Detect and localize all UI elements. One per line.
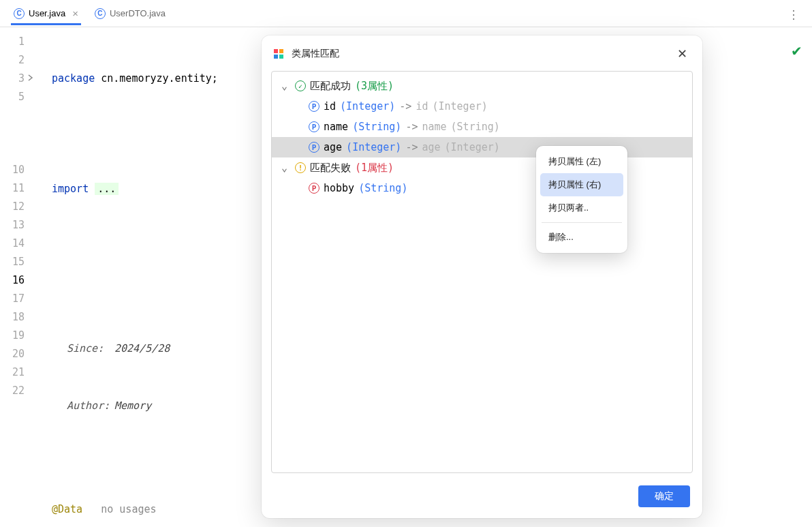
line-number: 21 [0,363,34,382]
arrow-icon: -> [399,100,411,112]
chevron-down-icon[interactable]: ⌄ [281,162,291,174]
doc-author-value: Memory [114,397,151,415]
line-number: 22 [0,382,34,400]
line-number: 17 [0,290,34,308]
line-number: 13 [0,216,34,235]
tab-user-java[interactable]: C User.java × [5,2,87,25]
tree-group-fail[interactable]: ⌄ ! 匹配失败 (1属性) [272,157,692,178]
property-icon: P [309,142,319,153]
fold-placeholder[interactable]: ... [95,183,119,195]
chevron-down-icon[interactable]: ⌄ [281,80,291,92]
svg-rect-0 [274,49,278,53]
menu-delete[interactable]: 删除... [540,226,623,249]
java-class-icon: C [95,8,106,19]
prop-name: name [324,121,348,133]
line-number: 3 [0,70,34,88]
property-icon: P [309,101,319,112]
tab-label: User.java [29,8,65,18]
line-number: 11 [0,179,34,198]
tree-group-success[interactable]: ⌄ ✓ 匹配成功 (3属性) [272,76,692,96]
line-number: 12 [0,198,34,216]
line-number [0,106,34,134]
tree-prop-id[interactable]: P id (Integer) -> id (Integer) [272,96,692,117]
check-icon: ✓ [295,80,306,91]
line-number: 1 [0,33,34,51]
fold-icon[interactable] [27,74,35,82]
prop-src-type: (String) [352,121,401,133]
prop-dst-type: (String) [451,121,500,133]
line-number: 14 [0,235,34,253]
close-icon[interactable]: × [72,7,78,19]
doc-since-label: Since: [67,340,106,358]
dialog-title: 类属性匹配 [292,48,666,60]
prop-dst-type: (Integer) [445,141,500,153]
menu-copy-right[interactable]: 拷贝属性 (右) [540,173,623,196]
tab-label: UserDTO.java [110,8,166,18]
tab-userdto-java[interactable]: C UserDTO.java [87,3,174,25]
dialog-footer: 确定 [262,480,702,518]
svg-rect-1 [279,49,283,53]
group-label: 匹配成功 [310,80,351,93]
app-icon [272,48,285,60]
prop-dst-name: id [416,100,428,112]
prop-name: hobby [324,182,354,194]
property-match-dialog: 类属性匹配 ✕ ⌄ ✓ 匹配成功 (3属性) P id (Integer) ->… [262,35,702,518]
menu-copy-both[interactable]: 拷贝两者.. [540,196,623,220]
group-label: 匹配失败 [310,162,351,175]
line-number: 10 [0,161,34,179]
line-number: 18 [0,308,34,327]
ok-button[interactable]: 确定 [638,485,690,507]
dialog-header: 类属性匹配 ✕ [262,35,702,70]
svg-rect-3 [279,55,283,59]
prop-src-type: (Integer) [346,141,401,153]
prop-src-type: (Integer) [340,100,395,112]
doc-since-value: 2024/5/28 [114,340,170,358]
editor-tabs: C User.java × C UserDTO.java [0,0,812,27]
doc-author-label: Author: [67,397,106,415]
gutter: 1 2 3 5 10 11 12 13 14 15 16 17 18 19 20… [0,27,34,527]
more-menu-icon[interactable]: ⋯ [787,9,802,22]
line-number: 20 [0,345,34,363]
warn-icon: ! [295,162,306,173]
status-ok-icon: ✔ [791,43,802,59]
svg-rect-2 [274,55,278,59]
prop-dst-name: age [422,141,440,153]
menu-separator [542,222,622,223]
line-number [0,134,34,161]
java-class-icon: C [14,8,25,19]
dialog-close-button[interactable]: ✕ [673,45,691,63]
prop-src-type: (String) [358,182,407,194]
group-count: (1属性) [355,162,394,175]
line-number: 15 [0,253,34,271]
line-number: 16 [0,271,34,290]
line-number: 5 [0,88,34,106]
arrow-icon: -> [405,121,418,133]
dialog-body: ⌄ ✓ 匹配成功 (3属性) P id (Integer) -> id (Int… [271,71,693,473]
property-icon: P [309,183,319,194]
usage-hint[interactable]: no usages [101,503,156,515]
arrow-icon: -> [405,141,418,153]
prop-name: age [324,141,342,153]
prop-dst-type: (Integer) [432,100,487,112]
tree-prop-age[interactable]: P age (Integer) -> age (Integer) [272,137,692,157]
line-number: 2 [0,51,34,70]
menu-copy-left[interactable]: 拷贝属性 (左) [540,150,623,173]
prop-dst-name: name [422,121,446,133]
group-count: (3属性) [355,80,394,93]
tree-prop-name[interactable]: P name (String) -> name (String) [272,117,692,137]
line-number: 19 [0,327,34,345]
prop-name: id [324,100,336,112]
context-menu: 拷贝属性 (左) 拷贝属性 (右) 拷贝两者.. 删除... [536,146,627,253]
property-icon: P [309,121,319,132]
tree-prop-hobby[interactable]: P hobby (String) [272,178,692,198]
